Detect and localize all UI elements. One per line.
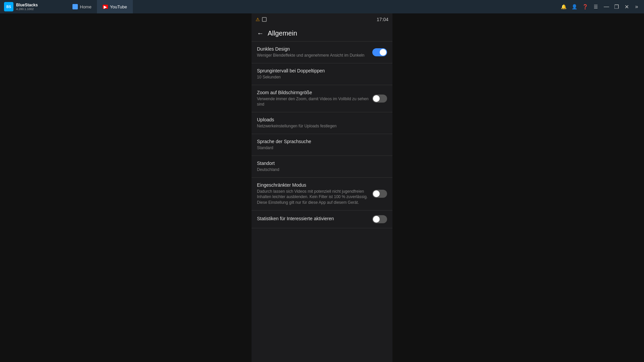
zoom-toggle[interactable] [372, 95, 387, 103]
tab-bar: Home ▶ YouTube [67, 0, 559, 13]
stats-toggle[interactable] [372, 215, 387, 223]
dark-mode-title: Dunkles Design [257, 46, 372, 52]
bluestacks-logo: BS BlueStacks 4.280.1.1002 [0, 2, 67, 11]
settings-row-uploads[interactable]: Uploads Netzwerkeinstellungen für Upload… [252, 112, 392, 134]
settings-row-dark-mode[interactable]: Dunkles Design Weniger Blendeffekte und … [252, 42, 392, 63]
youtube-icon: ▶ [103, 5, 108, 9]
brand-version: 4.280.1.1002 [16, 7, 38, 11]
restricted-subtitle: Dadurch lassen sich Videos mit potenziel… [257, 189, 372, 205]
settings-row-stats[interactable]: Statistiken für Interessierte aktivieren [252, 210, 392, 228]
status-bar: ⚠ 17:04 [252, 13, 392, 25]
restricted-toggle-knob [373, 190, 380, 197]
brand-name: BlueStacks [16, 3, 38, 7]
settings-content: ← Allgemein Dunkles Design Weniger Blend… [252, 25, 392, 362]
title-bar: BS BlueStacks 4.280.1.1002 Home ▶ YouTub… [0, 0, 644, 13]
square-icon [262, 17, 267, 22]
tab-home[interactable]: Home [67, 0, 97, 13]
menu-icon[interactable]: ☰ [591, 2, 600, 11]
account-icon[interactable]: 👤 [570, 2, 579, 11]
zoom-toggle-knob [373, 95, 380, 102]
restricted-title: Eingeschränkter Modus [257, 182, 372, 188]
bluestacks-brand: BlueStacks 4.280.1.1002 [16, 3, 38, 11]
voice-lang-subtitle: Standard [257, 145, 387, 151]
tab-youtube-label: YouTube [110, 4, 127, 9]
settings-row-restricted[interactable]: Eingeschränkter Modus Dadurch lassen sic… [252, 178, 392, 210]
restricted-toggle[interactable] [372, 190, 387, 198]
bluestacks-icon: BS [4, 2, 13, 11]
settings-row-content-voice: Sprache der Sprachsuche Standard [257, 139, 387, 151]
dark-mode-toggle-knob [380, 49, 386, 56]
voice-lang-title: Sprache der Sprachsuche [257, 139, 387, 144]
jump-interval-subtitle: 10 Sekunden [257, 74, 387, 80]
stats-toggle-knob [373, 216, 380, 223]
settings-row-jump-interval[interactable]: Sprungintervall bei Doppeltippen 10 Seku… [252, 63, 392, 85]
warning-icon: ⚠ [256, 17, 260, 22]
settings-row-content-zoom: Zoom auf Bildschirmgröße Verwende immer … [257, 90, 372, 108]
settings-row-content-jump: Sprungintervall bei Doppeltippen 10 Seku… [257, 68, 387, 80]
home-icon [72, 4, 78, 9]
uploads-subtitle: Netzwerkeinstellungen für Uploads festle… [257, 123, 387, 129]
settings-row-content-location: Standort Deutschland [257, 161, 387, 173]
dark-mode-toggle[interactable] [372, 48, 387, 56]
window-controls: — ❐ ✕ » [602, 2, 641, 11]
zoom-title: Zoom auf Bildschirmgröße [257, 90, 372, 95]
back-arrow-icon: ← [257, 29, 264, 37]
dark-mode-subtitle: Weniger Blendeffekte und angenehmere Ans… [257, 53, 372, 58]
divider-8 [252, 228, 392, 228]
help-icon[interactable]: ❓ [580, 2, 590, 11]
settings-title: Allgemein [268, 29, 297, 37]
uploads-title: Uploads [257, 117, 387, 122]
location-title: Standort [257, 161, 387, 166]
settings-row-content-dark-mode: Dunkles Design Weniger Blendeffekte und … [257, 46, 372, 58]
status-icons-left: ⚠ [256, 17, 267, 22]
notification-icon[interactable]: 🔔 [559, 2, 568, 11]
restore-button[interactable]: ❐ [612, 2, 621, 11]
tab-home-label: Home [80, 4, 92, 9]
status-time: 17:04 [377, 17, 388, 22]
title-bar-controls: 🔔 👤 ❓ ☰ — ❐ ✕ » [559, 2, 644, 11]
minimize-button[interactable]: — [602, 2, 611, 11]
main-content: ⚠ 17:04 ← Allgemein Dunkles Design Wenig… [0, 13, 644, 362]
settings-header: ← Allgemein [252, 25, 392, 41]
settings-row-voice-lang[interactable]: Sprache der Sprachsuche Standard [252, 134, 392, 156]
stats-title: Statistiken für Interessierte aktivieren [257, 216, 372, 221]
zoom-subtitle: Verwende immer den Zoom, damit Videos im… [257, 96, 372, 108]
jump-interval-title: Sprungintervall bei Doppeltippen [257, 68, 387, 73]
location-subtitle: Deutschland [257, 167, 387, 173]
settings-row-zoom[interactable]: Zoom auf Bildschirmgröße Verwende immer … [252, 85, 392, 112]
expand-button[interactable]: » [632, 2, 641, 11]
settings-row-content-uploads: Uploads Netzwerkeinstellungen für Upload… [257, 117, 387, 129]
tab-youtube[interactable]: ▶ YouTube [97, 0, 133, 13]
back-button[interactable]: ← [257, 29, 264, 37]
app-panel: ⚠ 17:04 ← Allgemein Dunkles Design Wenig… [252, 13, 392, 362]
settings-row-content-stats: Statistiken für Interessierte aktivieren [257, 216, 372, 222]
settings-row-content-restricted: Eingeschränkter Modus Dadurch lassen sic… [257, 182, 372, 205]
close-button[interactable]: ✕ [622, 2, 631, 11]
settings-row-location[interactable]: Standort Deutschland [252, 156, 392, 177]
